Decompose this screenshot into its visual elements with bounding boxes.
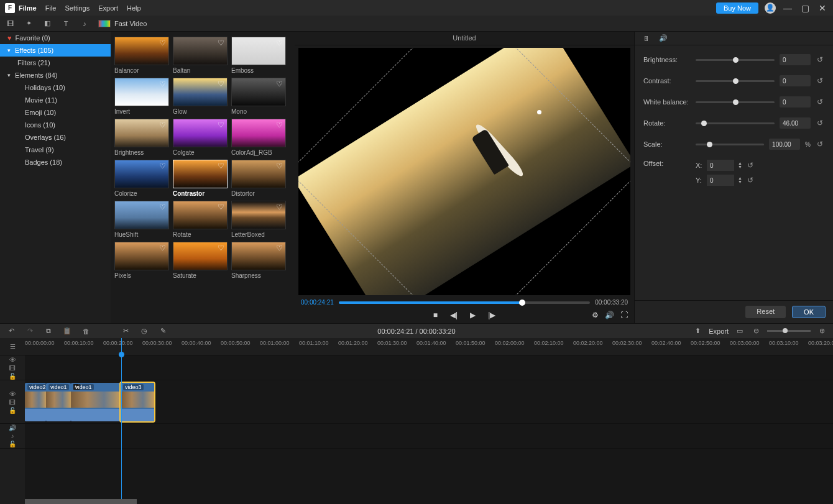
reset-icon[interactable]: ↺ (816, 55, 824, 64)
slider-thumb[interactable] (733, 57, 739, 63)
effect-thumb-baltan[interactable]: ♡ (173, 37, 228, 65)
fullscreen-icon[interactable]: ⛶ (620, 311, 628, 319)
redo-icon[interactable]: ↷ (25, 326, 35, 336)
track-head-video[interactable]: 👁🎞🔓 (0, 380, 25, 424)
heart-icon[interactable]: ♡ (159, 121, 166, 129)
rotate-slider[interactable] (696, 122, 775, 124)
contrast-slider[interactable] (696, 80, 775, 82)
text-icon[interactable]: T (61, 19, 71, 29)
heart-icon[interactable]: ♡ (218, 39, 224, 47)
effect-thumb-contrastor[interactable]: ♡ (173, 160, 228, 188)
video-tab-icon[interactable]: 🎚 (641, 34, 651, 44)
effect-thumb-colgate[interactable]: ♡ (173, 119, 228, 147)
effect-thumb-mono[interactable]: ♡ (231, 78, 286, 106)
play-button[interactable]: ▶ (470, 311, 476, 319)
close-button[interactable]: ✕ (817, 3, 828, 13)
buy-now-button[interactable]: Buy Now (716, 2, 758, 14)
clip-video1[interactable]: video1 (46, 383, 71, 421)
heart-icon[interactable]: ♡ (159, 80, 166, 88)
sidebar-item-icons[interactable]: Icons (10) (0, 119, 111, 131)
heart-icon[interactable]: ♡ (218, 80, 224, 88)
speaker-icon[interactable]: 🔊 (9, 424, 16, 431)
lock-icon[interactable]: 🔓 (9, 373, 16, 380)
export-icon[interactable]: ⬆ (693, 326, 702, 336)
effect-thumb-coloradj_rgb[interactable]: ♡ (231, 119, 286, 147)
sidebar-item-holidays[interactable]: Holidays (10) (0, 81, 111, 94)
heart-icon[interactable]: ♡ (218, 162, 224, 170)
effect-thumb-rotate[interactable]: ♡ (173, 201, 228, 229)
slider-thumb[interactable] (707, 142, 712, 147)
favorite-row[interactable]: ♥ Favorite (0) (0, 32, 111, 44)
slider-thumb[interactable] (733, 99, 739, 105)
sidebar-item-filters[interactable]: Filters (21) (0, 57, 111, 69)
speed-icon[interactable]: ◷ (139, 326, 149, 336)
lock-icon[interactable]: 🔓 (9, 441, 16, 447)
heart-icon[interactable]: ♡ (159, 203, 166, 211)
sidebar-item-effects[interactable]: ▾ Effects (105) (0, 44, 111, 57)
reset-button[interactable]: Reset (745, 306, 786, 318)
volume-icon[interactable]: 🔊 (605, 311, 614, 319)
slider-thumb[interactable] (701, 121, 707, 126)
delete-icon[interactable]: 🗑 (81, 326, 91, 336)
white-balance-value[interactable]: 0 (780, 96, 811, 108)
slider-thumb[interactable] (733, 78, 739, 84)
ok-button[interactable]: OK (792, 306, 826, 318)
track-head-audio[interactable]: 🔊♪🔓 (0, 424, 25, 449)
menu-settings[interactable]: Settings (65, 4, 90, 12)
paste-icon[interactable]: 📋 (62, 326, 72, 336)
user-avatar-icon[interactable]: 👤 (765, 2, 776, 14)
settings-icon[interactable]: ⚙ (592, 311, 599, 319)
fast-video-button[interactable]: Fast Video (98, 20, 147, 27)
rotate-value[interactable]: 46.00 (780, 117, 811, 129)
sidebar-item-overlays[interactable]: Overlays (16) (0, 131, 111, 144)
reset-icon[interactable]: ↺ (816, 140, 824, 149)
minimize-button[interactable]: — (782, 3, 793, 13)
tracks-menu-icon[interactable]: ☰ (0, 338, 25, 355)
heart-icon[interactable]: ♡ (276, 244, 283, 252)
media-icon[interactable]: 🎞 (5, 19, 15, 29)
heart-icon[interactable]: ♡ (276, 203, 283, 211)
heart-icon[interactable]: ♡ (218, 203, 224, 211)
zoom-slider[interactable] (767, 330, 811, 332)
maximize-button[interactable]: ▢ (799, 3, 811, 13)
effect-thumb-saturate[interactable]: ♡ (173, 242, 228, 270)
seek-thumb[interactable] (519, 300, 525, 306)
contrast-value[interactable]: 0 (780, 75, 811, 86)
effect-thumb-emboss[interactable]: ♡ (231, 37, 286, 65)
heart-icon[interactable]: ♡ (276, 80, 283, 88)
fit-icon[interactable]: ▭ (735, 326, 745, 336)
audio-track[interactable] (25, 424, 833, 449)
eye-icon[interactable]: 👁 (9, 356, 16, 364)
heart-icon[interactable]: ♡ (159, 162, 166, 170)
effect-thumb-sharpness[interactable]: ♡ (231, 242, 286, 270)
copy-icon[interactable]: ⧉ (44, 326, 53, 336)
audio-icon[interactable]: ♪ (80, 19, 90, 29)
next-frame-button[interactable]: |▶ (488, 311, 495, 319)
effect-thumb-glow[interactable]: ♡ (173, 78, 228, 106)
heart-icon[interactable]: ♡ (159, 244, 166, 252)
ruler[interactable]: 00:00:00:0000:00:10:0000:00:20:0000:00:3… (25, 338, 833, 355)
menu-file[interactable]: File (45, 4, 57, 12)
clip-video3[interactable]: video3 (121, 383, 154, 421)
timeline-body[interactable]: 00:00:00:0000:00:10:0000:00:20:0000:00:3… (25, 338, 833, 504)
sidebar-item-movie[interactable]: Movie (11) (0, 94, 111, 106)
sidebar-item-travel[interactable]: Travel (9) (0, 144, 111, 156)
reset-icon[interactable]: ↺ (816, 76, 824, 85)
menu-help[interactable]: Help (127, 4, 141, 12)
reset-icon[interactable]: ↺ (816, 119, 824, 127)
reset-icon[interactable]: ↺ (746, 161, 755, 170)
track-head-fx[interactable]: 👁🎞🔓 (0, 355, 25, 380)
stop-button[interactable]: ■ (433, 311, 438, 319)
prev-frame-button[interactable]: ◀| (450, 311, 458, 319)
effect-thumb-balancor[interactable]: ♡ (114, 37, 169, 65)
audio-tab-icon[interactable]: 🔊 (658, 34, 668, 44)
h-scrollbar[interactable] (25, 499, 137, 504)
effect-thumb-brightness[interactable]: ♡ (114, 119, 169, 147)
reset-icon[interactable]: ↺ (816, 98, 824, 106)
split-icon[interactable]: ✂ (121, 326, 131, 336)
heart-icon[interactable]: ♡ (276, 39, 283, 47)
clip-video1[interactable]: fxvideo1 (71, 383, 121, 421)
effect-thumb-invert[interactable]: ♡ (114, 78, 169, 106)
effect-thumb-distortor[interactable]: ♡ (231, 160, 286, 188)
transition-icon[interactable]: ◧ (42, 19, 52, 29)
